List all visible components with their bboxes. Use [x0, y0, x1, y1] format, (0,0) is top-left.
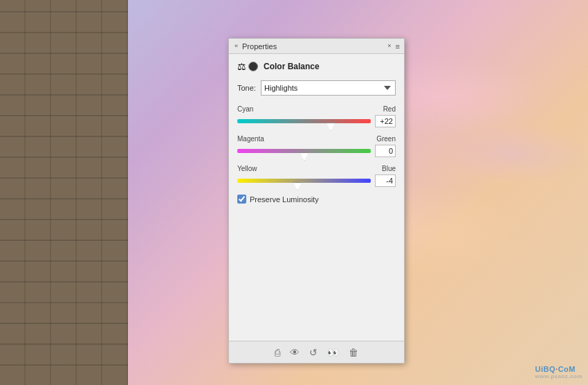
watermark-subtext: www.psanz.com	[535, 373, 582, 379]
tone-label: Tone:	[237, 84, 257, 92]
scales-icon: ⚖	[237, 61, 246, 72]
preserve-luminosity-label: Preserve Luminosity	[250, 195, 319, 204]
castle-tower	[0, 0, 128, 385]
trash-icon[interactable]: 🗑	[349, 347, 358, 358]
cyan-red-thumb[interactable]	[327, 123, 335, 131]
yellow-blue-track-wrap	[237, 174, 371, 188]
cyan-red-track-wrap	[237, 114, 371, 128]
cyan-red-slider-row: Cyan Red +22	[237, 105, 396, 128]
red-label: Red	[383, 105, 396, 113]
yellow-blue-track	[237, 179, 371, 183]
yellow-blue-value[interactable]: -4	[375, 174, 396, 187]
magenta-green-labels: Magenta Green	[237, 135, 396, 143]
close-button[interactable]: ×	[386, 43, 392, 49]
watermark: UiBQ·CoM www.psanz.com	[535, 365, 582, 379]
magenta-green-value[interactable]: 0	[375, 145, 396, 157]
panel-title: Properties	[242, 42, 277, 51]
properties-panel: « Properties × ≡ ⚖ Color Balance Tone: S…	[228, 38, 405, 364]
magenta-green-track-wrap	[237, 144, 371, 158]
green-label: Green	[376, 135, 396, 143]
visibility-icon[interactable]: 👁	[290, 347, 300, 358]
circle-icon	[248, 62, 258, 71]
yellow-blue-thumb[interactable]	[293, 182, 302, 190]
magenta-green-thumb[interactable]	[300, 152, 309, 161]
eye-icon[interactable]: 👀	[327, 347, 339, 358]
magenta-green-slider-row: Magenta Green 0	[237, 135, 396, 158]
panel-title-area: « Properties	[233, 42, 277, 51]
color-balance-icon: ⚖	[237, 61, 258, 72]
magenta-green-container: 0	[237, 144, 396, 158]
cyan-red-labels: Cyan Red	[237, 105, 396, 113]
collapse-button[interactable]: «	[233, 43, 239, 49]
menu-button[interactable]: ≡	[396, 42, 400, 51]
cyan-red-track	[237, 119, 371, 123]
cyan-label: Cyan	[237, 105, 253, 113]
magenta-label: Magenta	[237, 135, 264, 143]
cyan-red-container: +22	[237, 114, 396, 128]
cyan-red-value[interactable]: +22	[375, 115, 396, 127]
color-balance-title: Color Balance	[264, 62, 320, 71]
panel-body: ⚖ Color Balance Tone: Shadows Midtones H…	[229, 54, 404, 341]
tone-row: Tone: Shadows Midtones Highlights	[237, 80, 396, 96]
yellow-blue-labels: Yellow Blue	[237, 165, 396, 172]
watermark-text2: CoM	[558, 365, 576, 373]
panel-footer: ⎙ 👁 ↺ 👀 🗑	[229, 341, 404, 363]
preserve-luminosity-row: Preserve Luminosity	[237, 195, 396, 204]
panel-titlebar: « Properties × ≡	[229, 39, 404, 54]
panel-controls: × ≡	[386, 42, 400, 51]
yellow-blue-slider-row: Yellow Blue -4	[237, 165, 396, 188]
tone-select[interactable]: Shadows Midtones Highlights	[261, 80, 396, 96]
reset-icon[interactable]: ↺	[309, 347, 318, 358]
crop-icon[interactable]: ⎙	[275, 347, 280, 358]
blue-label: Blue	[382, 165, 396, 172]
yellow-blue-container: -4	[237, 174, 396, 188]
yellow-label: Yellow	[237, 165, 257, 172]
watermark-text1: UiBQ	[535, 365, 556, 373]
preserve-luminosity-checkbox[interactable]	[237, 195, 246, 204]
color-balance-header: ⚖ Color Balance	[237, 61, 396, 72]
